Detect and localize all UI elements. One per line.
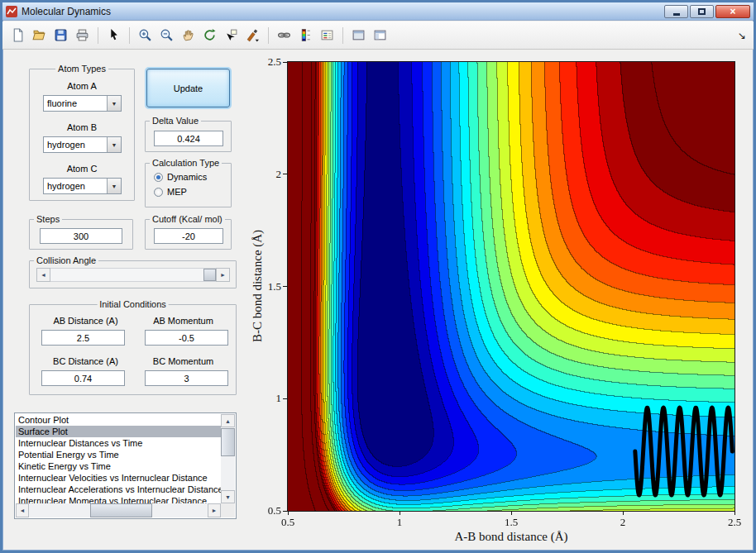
list-item[interactable]: Internuclear Accelerations vs Internucle… xyxy=(16,484,221,495)
dock-figure-icon[interactable]: ↘ xyxy=(738,30,748,41)
window-title: Molecular Dynamics xyxy=(22,6,111,17)
y-tick-label: 1.5 xyxy=(246,280,281,293)
update-button[interactable]: Update xyxy=(146,69,230,107)
slider-track[interactable] xyxy=(50,268,216,282)
pes-contour-plot[interactable] xyxy=(287,61,735,512)
bc-momentum-field[interactable]: 3 xyxy=(145,370,228,386)
toolbar-separator xyxy=(98,27,98,44)
cutoff-field[interactable]: -20 xyxy=(154,228,223,244)
collision-angle-slider[interactable]: ◄ ► xyxy=(36,268,230,282)
data-cursor-icon[interactable] xyxy=(222,26,241,45)
hide-plot-tools-icon[interactable] xyxy=(349,26,368,45)
close-icon: × xyxy=(730,7,735,17)
calculation-type-group-title: Calculation Type xyxy=(150,158,222,168)
minimize-icon xyxy=(673,13,680,16)
radio-label: Dynamics xyxy=(167,172,207,182)
initial-conditions-group: Initial Conditions AB Distance (A) AB Mo… xyxy=(29,304,237,395)
maximize-icon xyxy=(698,8,706,15)
scroll-right-icon[interactable]: ► xyxy=(208,503,221,517)
list-item[interactable]: Contour Plot xyxy=(16,414,221,426)
toolbar-separator xyxy=(342,27,343,44)
window-icon xyxy=(6,6,17,17)
chevron-down-icon[interactable]: ▼ xyxy=(107,137,121,152)
atom-c-dropdown[interactable]: hydrogen ▼ xyxy=(43,178,122,194)
list-item[interactable]: Internuclear Distances vs Time xyxy=(16,437,221,449)
listbox-vertical-scrollbar[interactable]: ▲ ▼ xyxy=(221,414,235,503)
slider-left-arrow-icon[interactable]: ◄ xyxy=(36,268,50,282)
toolbar-separator xyxy=(268,27,269,44)
y-tick-mark xyxy=(283,398,287,399)
bc-distance-field[interactable]: 0.74 xyxy=(41,370,125,386)
plot-type-listbox[interactable]: Contour PlotSurface PlotInternuclear Dis… xyxy=(14,412,237,519)
insert-colorbar-icon[interactable] xyxy=(296,26,315,45)
horizontal-scrollbar-thumb[interactable] xyxy=(90,503,152,517)
y-tick-label: 1 xyxy=(246,392,281,405)
atom-types-group-title: Atom Types xyxy=(55,64,108,74)
scroll-left-icon[interactable]: ◄ xyxy=(16,503,29,517)
toolbar-separator xyxy=(129,27,130,44)
bc-distance-label: BC Distance (A) xyxy=(38,356,133,366)
atom-a-value: fluorine xyxy=(44,96,107,111)
ab-momentum-field[interactable]: -0.5 xyxy=(145,330,228,346)
cutoff-group: Cutoff (Kcal/ mol) -20 xyxy=(145,219,232,250)
list-item[interactable]: Kinetic Energy vs Time xyxy=(16,460,221,472)
slider-right-arrow-icon[interactable]: ► xyxy=(216,268,230,282)
list-item[interactable]: Potential Energy vs Time xyxy=(16,449,221,460)
list-item[interactable]: Surface Plot xyxy=(16,426,221,437)
app-window: Molecular Dynamics × ↘ Atom Types Atom A… xyxy=(0,0,756,553)
y-tick-mark xyxy=(283,62,287,63)
maximize-button[interactable] xyxy=(690,5,714,18)
scroll-down-icon[interactable]: ▼ xyxy=(221,490,235,503)
radio-dynamics[interactable]: Dynamics xyxy=(154,172,207,182)
x-axis-label: A-B bond distance (Å) xyxy=(288,530,734,544)
pan-icon[interactable] xyxy=(179,26,198,45)
chevron-down-icon[interactable]: ▼ xyxy=(107,96,121,111)
insert-legend-icon[interactable] xyxy=(318,26,337,45)
y-tick-label: 2.5 xyxy=(246,55,281,69)
delta-value-field[interactable]: 0.424 xyxy=(154,131,223,146)
zoom-in-icon[interactable] xyxy=(136,26,155,45)
calculation-type-group: Calculation Type DynamicsMEP xyxy=(145,163,232,207)
close-button[interactable]: × xyxy=(715,5,750,18)
steps-group: Steps 300 xyxy=(29,219,133,250)
edit-plot-icon[interactable] xyxy=(104,26,123,45)
slider-thumb[interactable] xyxy=(203,269,216,281)
new-document-icon[interactable] xyxy=(8,26,27,45)
show-plot-tools-icon[interactable] xyxy=(371,26,390,45)
calculation-type-options: DynamicsMEP xyxy=(154,172,207,197)
bc-momentum-label: BC Momentum xyxy=(137,356,229,366)
zoom-out-icon[interactable] xyxy=(157,26,176,45)
x-tick-mark xyxy=(400,512,400,515)
steps-field[interactable]: 300 xyxy=(40,228,122,244)
list-item[interactable]: Internuclear Velocities vs Internuclear … xyxy=(16,472,221,484)
chevron-down-icon[interactable]: ▼ xyxy=(107,179,121,193)
listbox-horizontal-scrollbar[interactable]: ◄ ► xyxy=(16,503,221,517)
radio-dot-icon xyxy=(154,188,163,197)
x-tick-label: 0.5 xyxy=(271,516,304,529)
window-controls: × xyxy=(664,5,750,18)
brush-icon[interactable] xyxy=(243,26,262,45)
print-icon[interactable] xyxy=(73,26,92,45)
vertical-scrollbar-thumb[interactable] xyxy=(221,428,235,456)
list-item[interactable]: Internuclear Momenta vs Internuclear Dis… xyxy=(16,495,221,503)
ab-momentum-label: AB Momentum xyxy=(137,316,229,326)
cutoff-group-title: Cutoff (Kcal/ mol) xyxy=(150,214,225,224)
atom-b-dropdown[interactable]: hydrogen ▼ xyxy=(43,136,122,153)
minimize-button[interactable] xyxy=(664,5,688,18)
open-folder-icon[interactable] xyxy=(30,26,49,45)
x-tick-label: 2.5 xyxy=(718,516,751,529)
link-plot-icon[interactable] xyxy=(275,26,294,45)
ab-distance-field[interactable]: 2.5 xyxy=(41,330,125,346)
x-tick-mark xyxy=(511,512,512,515)
atom-c-value: hydrogen xyxy=(44,179,107,193)
atom-a-dropdown[interactable]: fluorine ▼ xyxy=(43,95,122,112)
save-icon[interactable] xyxy=(51,26,70,45)
y-tick-mark xyxy=(283,511,287,512)
rotate-3d-icon[interactable] xyxy=(200,26,219,45)
pes-canvas[interactable] xyxy=(288,62,734,511)
collision-angle-group: Collision Angle ◄ ► xyxy=(29,260,237,288)
scroll-up-icon[interactable]: ▲ xyxy=(221,414,235,427)
x-tick-mark xyxy=(734,512,735,515)
titlebar[interactable]: Molecular Dynamics × xyxy=(2,2,754,21)
radio-mep[interactable]: MEP xyxy=(154,187,207,197)
